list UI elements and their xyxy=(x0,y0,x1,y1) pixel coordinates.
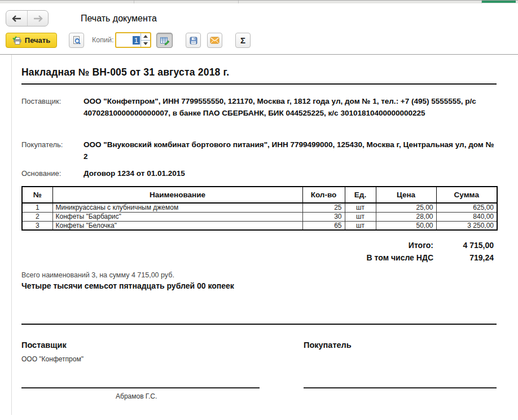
header-price: Цена xyxy=(376,187,436,203)
supplier-signature-title: Поставщик xyxy=(21,341,67,350)
page-title: Печать документа xyxy=(81,14,157,24)
document-title: Накладная № ВН-005 от 31 августа 2018 г. xyxy=(21,67,229,78)
buyer-field: Покупатель: ООО "Внуковский комбинат бор… xyxy=(21,139,497,162)
sum-button[interactable]: Σ xyxy=(235,33,251,48)
floppy-disk-icon xyxy=(189,36,198,45)
basis-label: Основание: xyxy=(21,167,84,179)
cell-unit: шт xyxy=(345,203,376,212)
table-row: 1 Миникруассаны с клубничным джемом 25 ш… xyxy=(22,203,497,212)
buyer-signature-title: Покупатель xyxy=(304,341,352,350)
cell-unit: шт xyxy=(345,221,376,230)
spreadsheet-gutter-line xyxy=(11,55,12,415)
supplier-field: Поставщик: ООО "Конфетпром", ИНН 7799555… xyxy=(21,95,497,119)
spinner-buttons xyxy=(141,33,150,47)
printer-check-icon xyxy=(12,36,22,45)
supplier-signer-name: Абрамов Г.С. xyxy=(116,392,157,400)
cell-num: 2 xyxy=(22,212,52,221)
goods-table: № Наименование Кол-во Ед. Цена Сумма 1 М… xyxy=(21,186,498,231)
copies-spinner[interactable]: 1 xyxy=(115,32,151,48)
window-header: Печать документа xyxy=(0,3,518,32)
totals-block: Итого: 4 715,00 В том числе НДС 719,24 xyxy=(21,239,494,264)
cell-name: Конфеты "Белочка" xyxy=(52,221,302,230)
cell-price: 25,00 xyxy=(376,203,436,212)
cell-sum: 625,00 xyxy=(436,203,497,212)
header-num: № xyxy=(22,187,52,203)
cell-num: 1 xyxy=(22,203,52,212)
document-preview-area[interactable]: Накладная № ВН-005 от 31 августа 2018 г.… xyxy=(0,54,518,419)
supplier-value: ООО "Конфетпром", ИНН 7799555550, 121170… xyxy=(84,95,497,119)
cell-name: Конфеты "Барбарис" xyxy=(52,212,302,221)
copies-label: Копий: xyxy=(92,36,113,44)
vat-value: 719,24 xyxy=(433,251,494,264)
buyer-label: Покупатель: xyxy=(21,139,84,162)
arrow-left-icon xyxy=(12,15,22,22)
table-header-row: № Наименование Кол-во Ед. Цена Сумма xyxy=(22,187,497,203)
save-button[interactable] xyxy=(186,33,201,48)
cell-sum: 840,00 xyxy=(436,212,497,221)
copies-value: 1 xyxy=(133,36,140,45)
table-pencil-icon xyxy=(160,36,170,45)
print-button-label: Печать xyxy=(25,36,50,45)
triangle-down-icon xyxy=(143,42,148,45)
buyer-signature-line xyxy=(304,387,497,388)
total-value: 4 715,00 xyxy=(433,239,494,251)
spinner-up-button[interactable] xyxy=(141,33,150,41)
basis-field: Основание: Договор 1234 от 01.01.2015 xyxy=(21,167,497,179)
cell-price: 50,00 xyxy=(376,221,436,230)
cell-qty: 30 xyxy=(302,212,345,221)
print-button[interactable]: Печать xyxy=(6,33,57,48)
cell-price: 28,00 xyxy=(376,212,436,221)
triangle-up-icon xyxy=(143,35,148,38)
header-name: Наименование xyxy=(52,187,302,203)
spinner-down-button[interactable] xyxy=(141,41,150,47)
cell-sum: 3 250,00 xyxy=(436,221,497,230)
supplier-label: Поставщик: xyxy=(21,95,84,119)
preview-button[interactable] xyxy=(69,33,84,48)
envelope-icon xyxy=(210,37,220,44)
basis-value: Договор 1234 от 01.01.2015 xyxy=(84,167,497,179)
print-document-window: Печать документа Печать xyxy=(0,0,518,420)
arrow-right-icon xyxy=(33,15,43,22)
table-row: 2 Конфеты "Барбарис" 30 шт 28,00 840,00 xyxy=(22,212,497,221)
table-row: 3 Конфеты "Белочка" 65 шт 50,00 3 250,00 xyxy=(22,221,497,230)
buyer-value: ООО "Внуковский комбинат бортового питан… xyxy=(84,139,497,162)
sigma-icon: Σ xyxy=(240,36,245,45)
header-sum: Сумма xyxy=(436,187,497,203)
signature-section-divider xyxy=(21,324,497,325)
document-magnifier-icon xyxy=(72,36,81,45)
header-unit: Ед. xyxy=(345,187,376,203)
vat-label: В том числе НДС xyxy=(21,251,433,264)
title-underline xyxy=(21,83,497,85)
edit-table-button[interactable] xyxy=(156,33,173,48)
items-count-summary: Всего наименований 3, на сумму 4 715,00 … xyxy=(21,271,174,279)
email-button[interactable] xyxy=(207,33,222,48)
total-label: Итого: xyxy=(21,239,433,251)
copies-input[interactable]: 1 xyxy=(116,33,141,47)
cell-num: 3 xyxy=(22,221,52,230)
active-tab-indicator xyxy=(482,1,516,3)
amount-in-words: Четыре тысячи семьсот пятнадцать рублей … xyxy=(21,281,234,290)
header-qty: Кол-во xyxy=(302,187,345,203)
history-nav-group xyxy=(6,10,49,26)
cell-qty: 25 xyxy=(302,203,345,212)
cell-name: Миникруассаны с клубничным джемом xyxy=(52,203,302,212)
total-row: Итого: 4 715,00 xyxy=(21,239,494,251)
back-button[interactable] xyxy=(6,11,27,26)
supplier-signature-line xyxy=(21,387,260,388)
print-toolbar: Печать Копий: 1 xyxy=(0,32,518,54)
cell-qty: 65 xyxy=(302,221,345,230)
cell-unit: шт xyxy=(345,212,376,221)
supplier-org-name: ООО "Конфетпром" xyxy=(21,355,84,363)
forward-button[interactable] xyxy=(27,11,48,26)
vat-row: В том числе НДС 719,24 xyxy=(21,251,494,264)
